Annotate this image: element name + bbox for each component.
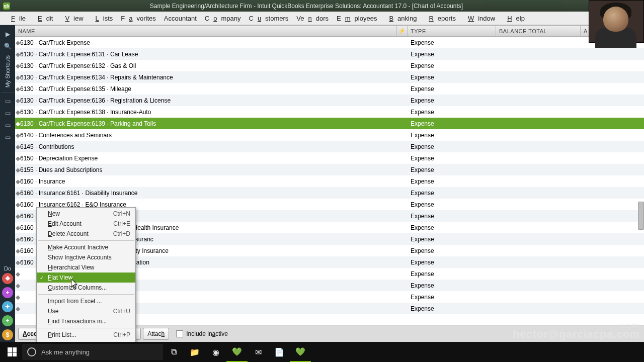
explorer-icon[interactable]: 📁 [184,342,205,362]
quickbooks-icon[interactable]: 💚 [226,342,248,362]
table-row[interactable]: ◆6130 · Car/Truck Expense:6135 · Mileage… [15,83,644,95]
table-row[interactable]: ◆6160 · Insurance:6161 · Disability Insu… [15,187,644,199]
context-menu-item[interactable]: Customize Columns... [37,283,135,293]
menu-item-label: Flat View [48,274,72,281]
table-row[interactable]: ◆6130 · Car/Truck Expense:6138 · Insuran… [15,106,644,118]
context-menu-item[interactable]: ✓Flat View [37,273,135,283]
search-icon[interactable]: 🔍 [0,40,15,52]
context-menu-item[interactable]: Import from Excel ... [37,296,135,306]
cell-name: 6130 · Car/Truck Expense:6132 · Gas & Oi… [20,62,397,69]
cell-name: 6160 · Insurance:6161 · Disability Insur… [20,190,397,197]
cell-type: Expense [408,166,496,173]
col-activity[interactable]: ⚡ [397,26,408,36]
chart-of-accounts-panel: NAME ⚡ TYPE BALANCE TOTAL A ◆6130 · Car/… [15,25,644,342]
diamond-marker-icon: ◆ [15,282,20,289]
include-inactive-checkbox[interactable] [176,330,183,337]
round-red-icon[interactable]: ❖ [2,273,13,284]
col-balance[interactable]: BALANCE TOTAL [496,26,581,36]
diamond-marker-icon: ◆ [15,247,20,254]
diamond-marker-icon: ◆ [15,166,20,173]
cell-type: Expense [408,282,496,289]
col-type[interactable]: TYPE [408,26,496,36]
menu-banking[interactable]: Banking [381,13,421,24]
table-row[interactable]: ◆6140 · Conferences and SeminarsExpense [15,129,644,141]
mail-icon[interactable]: ✉ [248,342,269,362]
table-row[interactable]: ◆6160 · InsuranceExpense [15,175,644,187]
taskview-icon[interactable]: ⧉ [163,342,184,362]
menu-reports[interactable]: Reports [421,13,460,24]
shortcut-2-icon[interactable]: ▭ [0,107,15,119]
shortcut-3-icon[interactable]: ▭ [0,119,15,131]
cell-type: Expense [408,74,496,81]
cell-type: Expense [408,178,496,185]
menu-shortcut: Ctrl+E [113,220,130,227]
menu-lists[interactable]: Lists [88,13,117,24]
cell-name: 6130 · Car/Truck Expense:6136 · Registra… [20,97,397,104]
cell-name: 6130 · Car/Truck Expense:6139 · Parking … [20,120,397,127]
context-menu-item[interactable]: Print List...Ctrl+P [37,330,135,340]
diamond-marker-icon: ◆ [15,39,20,46]
context-menu-item[interactable]: Delete AccountCtrl+D [37,229,135,239]
context-menu-item[interactable]: NewCtrl+N [37,209,135,219]
diamond-marker-icon: ◆ [15,259,20,266]
cortana-search[interactable]: Ask me anything [22,344,163,360]
quickbooks2-icon[interactable]: 💚 [290,342,311,362]
menu-help[interactable]: Help [499,13,529,24]
table-row[interactable]: ◆6130 · Car/Truck Expense:6132 · Gas & O… [15,60,644,71]
context-menu-item[interactable]: Make Account Inactive [37,242,135,252]
round-gold-icon[interactable]: $ [2,329,13,340]
webcam-overlay [589,0,644,43]
menu-edit[interactable]: Edit [30,13,57,24]
expand-sidebar-icon[interactable]: ▶ [0,28,15,40]
qb-logo-icon: qb [3,3,10,10]
search-placeholder: Ask me anything [41,348,90,356]
round-blue-icon[interactable]: ✦ [2,301,13,312]
start-button[interactable] [2,344,22,360]
cell-type: Expense [408,120,496,127]
diamond-marker-icon: ◆ [15,109,20,116]
diamond-marker-icon: ◆ [15,132,20,139]
menu-accountant[interactable]: Accountant [160,13,201,24]
menu-company[interactable]: Company [201,13,245,24]
context-menu-item[interactable]: Edit AccountCtrl+E [37,219,135,229]
cell-type: Expense [408,39,496,46]
context-menu-item[interactable]: Hierarchical View [37,262,135,273]
col-name[interactable]: NAME [15,26,397,36]
table-row[interactable]: ◆6130 · Car/Truck Expense:6139 · Parking… [15,118,644,129]
shortcut-1-icon[interactable]: ▭ [0,95,15,107]
cell-name: 6160 · Insurance [20,178,397,185]
scrollbar-thumb[interactable] [638,202,644,230]
cell-type: Expense [408,270,496,278]
notepad-icon[interactable]: 📄 [269,342,290,362]
menu-favorites[interactable]: Favorites [117,13,159,24]
watermark-text: hector@garciacpa.com [513,328,640,341]
table-row[interactable]: ◆6130 · Car/Truck Expense:6131 · Car Lea… [15,48,644,60]
context-menu-item[interactable]: Find Transactions in... [37,316,135,326]
table-row[interactable]: ◆6130 · Car/Truck Expense:6136 · Registr… [15,95,644,106]
menu-employees[interactable]: Employees [333,13,381,24]
context-menu-item[interactable]: UseCtrl+U [37,306,135,316]
table-row[interactable]: ◆6150 · Depreciation ExpenseExpense [15,152,644,164]
cell-type: Expense [408,224,496,231]
menu-file[interactable]: File [3,13,30,24]
left-sidebar: ▶ 🔍 My Shortcuts ▭ ▭ ▭ ▭ Do ❖ + ✦ + $ [0,25,15,342]
table-row[interactable]: ◆6130 · Car/Truck Expense:6134 · Repairs… [15,71,644,83]
table-row[interactable]: ◆6130 · Car/Truck ExpenseExpense [15,37,644,48]
diamond-marker-icon: ◆ [15,85,20,93]
menu-window[interactable]: Window [460,13,499,24]
table-row[interactable]: ◆6155 · Dues and SubscriptionsExpense [15,164,644,175]
cell-type: Expense [408,132,496,139]
menu-vendors[interactable]: Vendors [292,13,333,24]
menu-view[interactable]: View [57,13,87,24]
round-purple-icon[interactable]: + [2,287,13,298]
do-label: Do [4,265,11,272]
chrome-icon[interactable]: ◉ [205,342,226,362]
attach-button[interactable]: Attach [143,328,169,340]
menu-item-label: Show Inactive Accounts [48,254,112,261]
table-row[interactable]: ◆6145 · ContributionsExpense [15,141,644,152]
context-menu-item[interactable]: Show Inactive Accounts [37,252,135,262]
shortcut-4-icon[interactable]: ▭ [0,131,15,143]
menu-separator [38,328,134,328]
round-green-icon[interactable]: + [2,315,13,326]
menu-customers[interactable]: Customers [245,13,292,24]
